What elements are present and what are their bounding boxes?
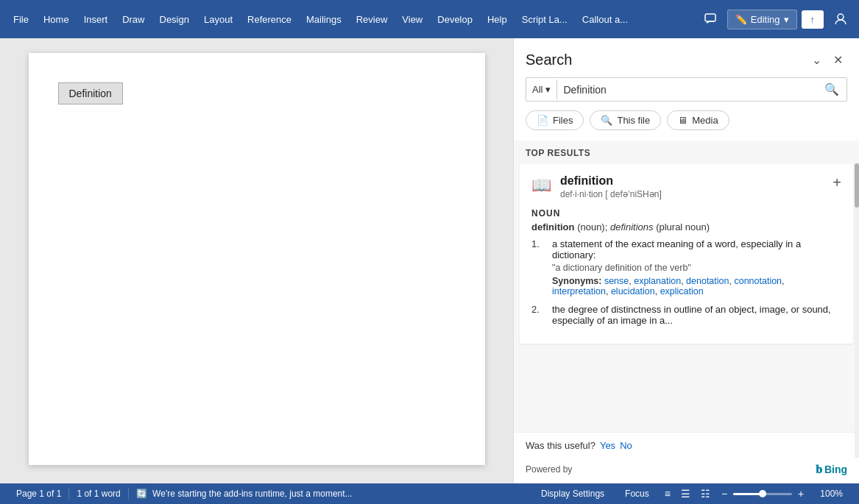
menu-script-la[interactable]: Script La... [515, 10, 575, 29]
result-pos-detail: definition (noun); definitions (plural n… [531, 221, 841, 233]
word-count: 1 of 1 word [69, 489, 127, 499]
useful-label: Was this useful? [526, 440, 595, 451]
view-layout-btn[interactable]: ≡ [662, 488, 673, 500]
def-text-1: a statement of the exact meaning of a wo… [552, 238, 841, 260]
def-num-2: 2. [531, 304, 546, 326]
menu-file[interactable]: File [6, 10, 36, 29]
search-header-icons: ⌄ ✕ [807, 50, 847, 70]
search-small-icon: 🔍 [601, 115, 612, 126]
chevron-down-icon: ▾ [784, 14, 789, 25]
search-header: Search ⌄ ✕ [514, 38, 859, 77]
pos-detail-word: definition [531, 221, 575, 233]
status-bar: Page 1 of 1 1 of 1 word 🔄 We're starting… [0, 483, 859, 504]
share-icon: ↑ [810, 14, 816, 25]
media-icon: 🖥 [678, 115, 687, 126]
useful-no-button[interactable]: No [620, 440, 632, 451]
editing-mode-button[interactable]: ✏️ Editing ▾ [727, 10, 797, 29]
menu-bar: File Home Insert Draw Design Layout Refe… [0, 0, 859, 38]
filter-media-label: Media [692, 115, 718, 126]
search-panel-minimize-btn[interactable]: ⌄ [807, 50, 826, 70]
zoom-out-btn[interactable]: − [718, 488, 730, 500]
display-settings-btn[interactable]: Display Settings [534, 489, 612, 499]
zoom-slider-fill [733, 493, 763, 495]
pos-detail-italic: definitions [610, 221, 654, 233]
zoom-in-btn[interactable]: + [795, 488, 807, 500]
zoom-control: − + [718, 488, 807, 500]
pos-detail-tag1: (noun); [577, 221, 607, 233]
menu-draw[interactable]: Draw [115, 10, 152, 29]
menu-home[interactable]: Home [36, 10, 77, 29]
definition-list: 1. a statement of the exact meaning of a… [531, 238, 841, 326]
synonym-elucidation[interactable]: elucidation [611, 286, 655, 297]
panel-scrollbar-thumb [855, 163, 859, 207]
comment-icon-btn[interactable] [698, 8, 723, 30]
menu-review[interactable]: Review [349, 10, 395, 29]
notification-icon: 🔄 [136, 489, 147, 499]
view-lines-btn[interactable]: ☰ [679, 488, 693, 500]
view-grid-btn[interactable]: ☷ [699, 488, 713, 500]
powered-row: Powered by 𝐛 Bing [514, 458, 859, 483]
synonym-connotation[interactable]: connotation [734, 276, 782, 286]
share-button[interactable]: ↑ [802, 10, 824, 29]
synonym-sense[interactable]: sense [604, 276, 629, 286]
def-num-1: 1. [531, 238, 546, 297]
main-area: Definition Search ⌄ ✕ All ▾ 🔍 📄 [0, 38, 859, 483]
menu-mailings[interactable]: Mailings [299, 10, 349, 29]
search-type-dropdown[interactable]: All ▾ [526, 79, 557, 99]
result-pos: NOUN [531, 208, 841, 219]
results-area: Top Results 📖 definition def·i·ni·tion [… [514, 141, 859, 432]
menu-references[interactable]: Reference [240, 10, 299, 29]
search-go-button[interactable]: 🔍 [817, 78, 846, 101]
synonyms-line: Synonyms: sense, explanation, denotation… [552, 276, 841, 297]
synonym-interpretation[interactable]: interpretation [552, 286, 606, 297]
menu-callout[interactable]: Callout a... [575, 10, 635, 29]
panel-scrollbar[interactable] [855, 163, 859, 458]
filter-files-button[interactable]: 📄 Files [526, 110, 584, 130]
menu-design[interactable]: Design [152, 10, 197, 29]
synonym-denotation[interactable]: denotation [686, 276, 729, 286]
bing-b-icon: 𝐛 [816, 463, 822, 476]
menu-layout[interactable]: Layout [197, 10, 240, 29]
menu-insert[interactable]: Insert [77, 10, 116, 29]
notification-message: We're starting the add-ins runtime, just… [152, 489, 353, 499]
svg-point-1 [838, 14, 844, 20]
search-input-row: All ▾ 🔍 [526, 77, 847, 102]
result-add-button[interactable]: + [830, 173, 844, 193]
useful-yes-button[interactable]: Yes [600, 440, 615, 451]
zoom-slider[interactable] [733, 493, 792, 495]
filter-this-file-button[interactable]: 🔍 This file [590, 110, 661, 130]
search-panel-title: Search [526, 52, 572, 68]
document-area: Definition [0, 38, 513, 483]
synonym-explanation[interactable]: explanation [634, 276, 681, 286]
filter-this-file-label: This file [617, 115, 650, 126]
filter-files-label: Files [553, 115, 573, 126]
menu-help[interactable]: Help [480, 10, 515, 29]
search-input[interactable] [557, 79, 817, 100]
synonym-explication[interactable]: explication [660, 286, 704, 297]
status-bar-right: Display Settings Focus ≡ ☰ ☷ − + 100% [534, 488, 850, 500]
powered-by-text: Powered by [526, 464, 572, 475]
document-page: Definition [29, 53, 485, 465]
result-card-header: 📖 definition def·i·ni·tion [ defəˈniSHən… [531, 174, 841, 199]
search-panel-close-btn[interactable]: ✕ [829, 50, 847, 70]
synonyms-label: Synonyms: [552, 276, 601, 286]
zoom-percent: 100% [813, 489, 850, 499]
definition-item-2: 2. the degree of distinctness in outline… [531, 304, 841, 326]
svg-rect-0 [705, 14, 715, 21]
page-info: Page 1 of 1 [9, 489, 68, 499]
search-type-label: All [532, 84, 542, 95]
def-quote-1: "a dictionary definition of the verb" [552, 263, 841, 273]
notification-text: 🔄 We're starting the add-ins runtime, ju… [129, 489, 360, 499]
menu-view[interactable]: View [395, 10, 430, 29]
focus-btn[interactable]: Focus [618, 489, 657, 499]
bing-logo: 𝐛 Bing [816, 463, 847, 476]
filter-media-button[interactable]: 🖥 Media [667, 110, 729, 130]
result-card: 📖 definition def·i·ni·tion [ defəˈniSHən… [520, 164, 853, 344]
pos-detail-tag2: (plural noun) [656, 221, 710, 233]
document-text: Definition [69, 88, 112, 99]
menu-develop[interactable]: Develop [430, 10, 480, 29]
useful-row: Was this useful? Yes No [514, 432, 859, 458]
result-word: definition [560, 174, 841, 188]
profile-icon-btn[interactable] [828, 8, 853, 30]
def-content-1: a statement of the exact meaning of a wo… [552, 238, 841, 297]
